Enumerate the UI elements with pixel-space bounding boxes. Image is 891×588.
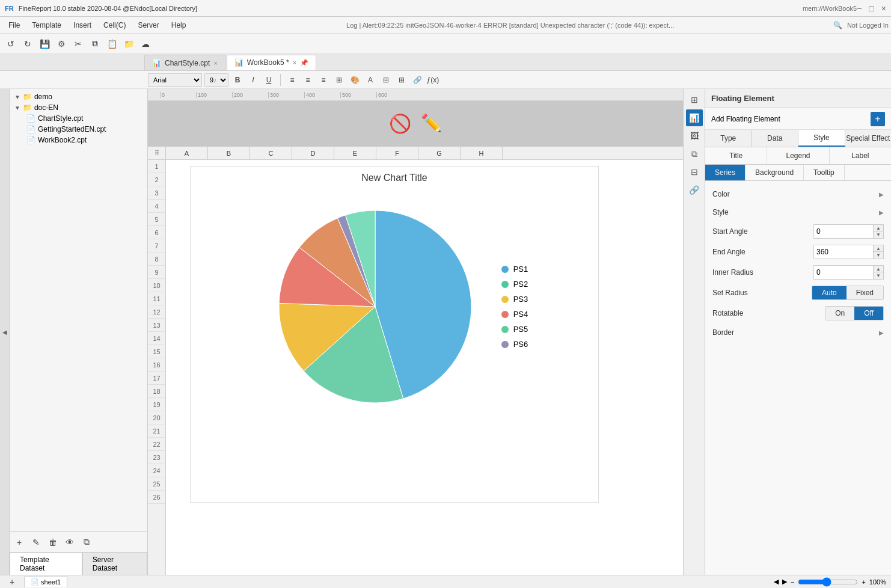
font-size-select[interactable]: 9.0 bbox=[204, 73, 228, 87]
bold-btn[interactable]: B bbox=[231, 73, 244, 87]
pencil-icon[interactable]: ✏️ bbox=[421, 113, 442, 134]
open-btn[interactable]: 📁 bbox=[121, 37, 136, 51]
tree-item-doc-en[interactable]: ▼ 📁 doc-EN bbox=[12, 102, 145, 113]
color-row[interactable]: Color ▶ bbox=[710, 186, 886, 203]
col-d[interactable]: D bbox=[292, 147, 334, 159]
inner-radius-up[interactable]: ▲ bbox=[874, 266, 883, 272]
series-tab-tooltip[interactable]: Tooltip bbox=[804, 165, 845, 180]
font-color-btn[interactable]: A bbox=[364, 73, 377, 87]
tree-item-chartstyle[interactable]: 📄 ChartStyle.cpt bbox=[12, 113, 145, 124]
right-tab-data[interactable]: Data bbox=[752, 130, 799, 147]
align-right-btn[interactable]: ≡ bbox=[317, 73, 330, 87]
right-tab-style[interactable]: Style bbox=[798, 130, 845, 147]
col-e[interactable]: E bbox=[334, 147, 376, 159]
start-angle-input[interactable] bbox=[813, 224, 874, 239]
zoom-nav-next[interactable]: ▶ bbox=[782, 578, 787, 586]
search-icon[interactable]: 🔍 bbox=[833, 21, 842, 29]
underline-btn[interactable]: U bbox=[262, 73, 275, 87]
series-tab-series[interactable]: Series bbox=[705, 165, 746, 180]
icon-panel-image[interactable]: 🖼 bbox=[686, 127, 703, 144]
style-row[interactable]: Style ▶ bbox=[710, 204, 886, 221]
icon-panel-link[interactable]: 🔗 bbox=[686, 182, 703, 198]
italic-btn[interactable]: I bbox=[246, 73, 260, 87]
ds-delete-btn[interactable]: 🗑 bbox=[46, 535, 60, 550]
ds-add-btn[interactable]: + bbox=[12, 535, 26, 550]
fill-color-btn[interactable]: 🎨 bbox=[348, 73, 361, 87]
redo-btn[interactable]: ↻ bbox=[20, 37, 35, 51]
radius-fixed-btn[interactable]: Fixed bbox=[847, 286, 883, 299]
align-left-btn[interactable]: ≡ bbox=[286, 73, 299, 87]
tree-item-workbook2[interactable]: 📄 WorkBook2.cpt bbox=[12, 135, 145, 145]
zoom-minus-btn[interactable]: − bbox=[791, 578, 794, 586]
link-btn[interactable]: 🔗 bbox=[411, 73, 424, 87]
icon-panel-widget[interactable]: ⧉ bbox=[686, 145, 703, 162]
undo-btn[interactable]: ↺ bbox=[4, 37, 18, 51]
series-tab-background[interactable]: Background bbox=[746, 165, 804, 180]
cut-btn[interactable]: ✂ bbox=[71, 37, 85, 51]
col-h[interactable]: H bbox=[461, 147, 503, 159]
right-tab-special[interactable]: Special Effect bbox=[845, 130, 892, 147]
col-c[interactable]: C bbox=[250, 147, 292, 159]
tab-workbook5[interactable]: 📊 WorkBook5 * × 📌 bbox=[227, 55, 316, 70]
tree-item-demo[interactable]: ▼ 📁 demo bbox=[12, 91, 145, 102]
tab-close-workbook5[interactable]: × bbox=[293, 59, 296, 66]
right-sub-label[interactable]: Label bbox=[830, 147, 891, 164]
right-sub-title[interactable]: Title bbox=[705, 147, 767, 164]
start-angle-down[interactable]: ▼ bbox=[874, 231, 883, 238]
ds-tab-template[interactable]: Template Dataset bbox=[10, 553, 82, 575]
ds-edit-btn[interactable]: ✎ bbox=[29, 535, 43, 550]
sheet-cells[interactable]: New Chart Title PS1 bbox=[166, 160, 683, 575]
radius-auto-btn[interactable]: Auto bbox=[812, 286, 847, 299]
maximize-btn[interactable]: □ bbox=[869, 4, 874, 13]
col-a[interactable]: A bbox=[166, 147, 208, 159]
end-angle-down[interactable]: ▼ bbox=[874, 252, 883, 259]
menu-help[interactable]: Help bbox=[165, 19, 192, 32]
zoom-nav-prev[interactable]: ◀ bbox=[774, 578, 779, 586]
tab-chartstyle[interactable]: 📊 ChartStyle.cpt × bbox=[144, 55, 225, 70]
icon-panel-grid[interactable]: ⊞ bbox=[686, 91, 703, 108]
close-btn[interactable]: × bbox=[881, 4, 886, 13]
ds-preview-btn[interactable]: 👁 bbox=[63, 535, 77, 550]
icon-panel-more[interactable]: ⊟ bbox=[686, 164, 703, 180]
zoom-plus-btn[interactable]: + bbox=[862, 578, 865, 586]
pie-chart-svg[interactable] bbox=[261, 192, 489, 421]
ds-copy-btn[interactable]: ⧉ bbox=[79, 535, 94, 550]
tree-item-gettingstarted[interactable]: 📄 GettingStartedEN.cpt bbox=[12, 124, 145, 135]
end-angle-up[interactable]: ▲ bbox=[874, 245, 883, 252]
formula-btn[interactable]: ƒ(x) bbox=[426, 73, 439, 87]
menu-cell[interactable]: Cell(C) bbox=[97, 19, 132, 32]
icon-panel-chart[interactable]: 📊 bbox=[686, 109, 703, 126]
col-f[interactable]: F bbox=[376, 147, 418, 159]
inner-radius-down[interactable]: ▼ bbox=[874, 272, 883, 279]
end-angle-input[interactable] bbox=[813, 245, 874, 259]
menu-insert[interactable]: Insert bbox=[67, 19, 97, 32]
right-sub-legend[interactable]: Legend bbox=[767, 147, 829, 164]
unmerge-btn[interactable]: ⊞ bbox=[395, 73, 408, 87]
font-select[interactable]: Arial bbox=[148, 73, 202, 87]
chart-container[interactable]: New Chart Title PS1 bbox=[190, 166, 599, 503]
paste-btn[interactable]: 📋 bbox=[105, 37, 119, 51]
align-center-btn[interactable]: ≡ bbox=[301, 73, 314, 87]
menu-server[interactable]: Server bbox=[132, 19, 165, 32]
status-add-sheet[interactable]: + bbox=[5, 575, 19, 589]
copy-btn[interactable]: ⧉ bbox=[88, 37, 102, 51]
sheet-tab-1[interactable]: 📄 sheet1 bbox=[24, 577, 67, 587]
borders-btn[interactable]: ⊞ bbox=[332, 73, 346, 87]
start-angle-up[interactable]: ▲ bbox=[874, 225, 883, 231]
pin-icon[interactable]: 📌 bbox=[300, 59, 308, 67]
merge-btn[interactable]: ⊟ bbox=[379, 73, 393, 87]
minimize-btn[interactable]: − bbox=[857, 4, 862, 13]
left-collapse-btn[interactable]: ◀ bbox=[0, 89, 10, 575]
right-tab-type[interactable]: Type bbox=[705, 130, 752, 147]
border-row[interactable]: Border ▶ bbox=[710, 324, 886, 341]
inner-radius-input[interactable] bbox=[813, 265, 874, 280]
add-floating-btn[interactable]: + bbox=[871, 112, 885, 126]
settings-btn[interactable]: ⚙ bbox=[54, 37, 69, 51]
rotatable-off-btn[interactable]: Off bbox=[854, 307, 883, 320]
col-b[interactable]: B bbox=[208, 147, 250, 159]
col-g[interactable]: G bbox=[418, 147, 461, 159]
ds-tab-server[interactable]: Server Dataset bbox=[82, 553, 147, 575]
menu-template[interactable]: Template bbox=[26, 19, 67, 32]
tab-close-chartstyle[interactable]: × bbox=[213, 60, 217, 67]
rotatable-on-btn[interactable]: On bbox=[825, 307, 854, 320]
